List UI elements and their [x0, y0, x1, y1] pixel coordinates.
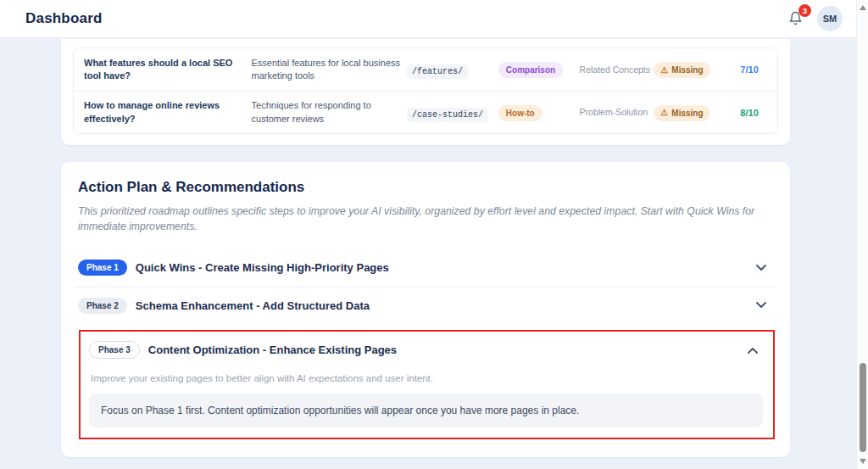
type-badge: Comparison [498, 62, 563, 78]
phase-badge: Phase 3 [89, 341, 140, 359]
table-row: How to manage online reviews effectively… [74, 91, 777, 133]
phase-title: Content Optimization - Enhance Existing … [148, 343, 397, 356]
scroll-up-arrow[interactable] [860, 5, 866, 10]
url-chip: /features/ [407, 64, 468, 79]
questions-table: What features should a local SEO tool ha… [73, 47, 778, 134]
url-cell: /case-studies/ [407, 105, 498, 120]
chevron-down-icon [756, 302, 766, 309]
warning-triangle-icon: ⚠ [660, 109, 668, 117]
action-plan-card: Action Plan & Recommendations This prior… [61, 162, 790, 457]
status-cell: ⚠Missing [654, 61, 732, 79]
accordion-phase-3-highlighted: Phase 3 Content Optimization - Enhance E… [79, 330, 775, 439]
header-actions: 3 SM [788, 6, 843, 31]
phase-description: Improve your existing pages to better al… [91, 373, 763, 383]
phase-title: Schema Enhancement - Add Structured Data [136, 299, 370, 312]
notification-count-badge: 3 [798, 4, 811, 17]
url-cell: /features/ [407, 62, 498, 77]
scroll-down-arrow[interactable] [860, 459, 866, 464]
status-badge: ⚠Missing [654, 62, 709, 78]
concept-cell: Related Concepts [580, 64, 654, 75]
table-row: What features should a local SEO tool ha… [74, 48, 777, 91]
concept-cell: Problem-Solution [580, 106, 654, 118]
status-cell: ⚠Missing [654, 103, 732, 121]
status-label: Missing [671, 65, 703, 75]
score-cell: 7/10 [732, 64, 767, 75]
description-cell: Essential features for local business ma… [252, 57, 408, 83]
type-cell: How-to [498, 104, 580, 121]
avatar[interactable]: SM [817, 6, 843, 31]
accordion-phase-2[interactable]: Phase 2 Schema Enhancement - Add Structu… [76, 287, 775, 324]
question-cell: What features should a local SEO tool ha… [84, 57, 252, 83]
description-cell: Techniques for responding to customer re… [252, 99, 408, 126]
url-chip: /case-studies/ [407, 108, 488, 122]
type-cell: Comparison [498, 61, 580, 78]
warning-triangle-icon: ⚠ [660, 66, 668, 75]
notifications-button[interactable]: 3 [788, 10, 804, 27]
chevron-up-icon [748, 347, 758, 354]
question-cell: How to manage online reviews effectively… [84, 99, 252, 126]
type-badge: How-to [498, 105, 542, 121]
phase-badge: Phase 1 [78, 260, 127, 276]
chevron-down-icon [756, 265, 766, 271]
score-cell: 8/10 [732, 108, 767, 118]
phase-badge: Phase 2 [78, 298, 127, 314]
phase-title: Quick Wins - Create Missing High-Priorit… [136, 261, 389, 274]
scrollbar[interactable] [856, 0, 868, 469]
scrollbar-thumb[interactable] [860, 363, 866, 452]
section-subtitle: This prioritized roadmap outlines specif… [78, 204, 756, 235]
bell-icon [788, 14, 803, 29]
status-label: Missing [671, 109, 703, 118]
phase-note: Focus on Phase 1 first. Content optimiza… [89, 394, 763, 427]
divider [76, 444, 775, 449]
main-content: What features should a local SEO tool ha… [61, 39, 790, 457]
status-badge: ⚠Missing [654, 105, 709, 121]
accordion-phase-3[interactable]: Phase 3 Content Optimization - Enhance E… [89, 338, 763, 362]
questions-card: What features should a local SEO tool ha… [61, 39, 790, 145]
page-title: Dashboard [25, 10, 103, 27]
app-header: Dashboard 3 SM [0, 0, 856, 38]
section-title: Action Plan & Recommendations [78, 179, 775, 196]
accordion-phase-1[interactable]: Phase 1 Quick Wins - Create Missing High… [76, 249, 775, 287]
